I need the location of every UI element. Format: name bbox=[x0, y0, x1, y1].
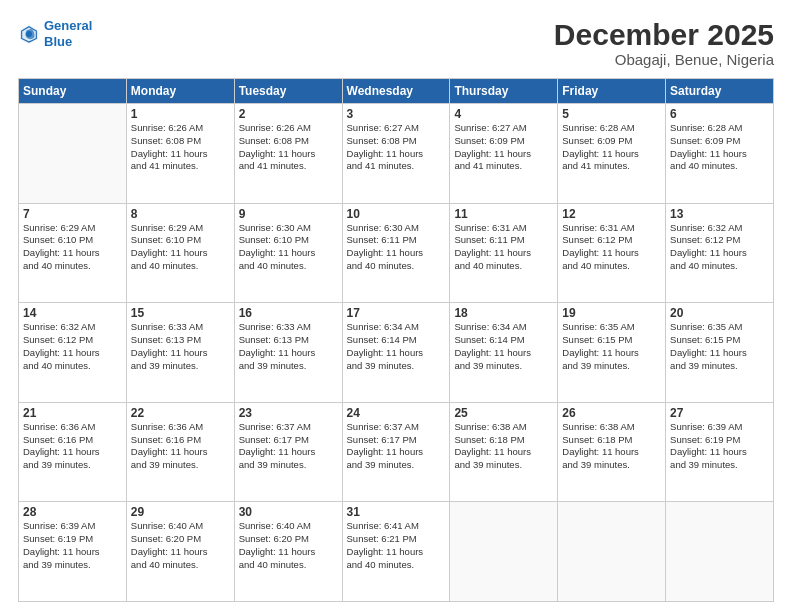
logo-line1: General bbox=[44, 18, 92, 33]
logo: General Blue bbox=[18, 18, 92, 49]
table-row: 31Sunrise: 6:41 AM Sunset: 6:21 PM Dayli… bbox=[342, 502, 450, 602]
table-row: 7Sunrise: 6:29 AM Sunset: 6:10 PM Daylig… bbox=[19, 203, 127, 303]
day-number: 13 bbox=[670, 207, 769, 221]
table-row: 30Sunrise: 6:40 AM Sunset: 6:20 PM Dayli… bbox=[234, 502, 342, 602]
table-row: 20Sunrise: 6:35 AM Sunset: 6:15 PM Dayli… bbox=[666, 303, 774, 403]
day-number: 2 bbox=[239, 107, 338, 121]
table-row: 28Sunrise: 6:39 AM Sunset: 6:19 PM Dayli… bbox=[19, 502, 127, 602]
svg-point-2 bbox=[26, 31, 32, 37]
calendar-week-row: 14Sunrise: 6:32 AM Sunset: 6:12 PM Dayli… bbox=[19, 303, 774, 403]
table-row: 26Sunrise: 6:38 AM Sunset: 6:18 PM Dayli… bbox=[558, 402, 666, 502]
day-number: 29 bbox=[131, 505, 230, 519]
day-number: 1 bbox=[131, 107, 230, 121]
page: General Blue December 2025 Obagaji, Benu… bbox=[0, 0, 792, 612]
day-detail: Sunrise: 6:29 AM Sunset: 6:10 PM Dayligh… bbox=[23, 222, 122, 273]
table-row: 11Sunrise: 6:31 AM Sunset: 6:11 PM Dayli… bbox=[450, 203, 558, 303]
month-title: December 2025 bbox=[554, 18, 774, 51]
calendar-week-row: 21Sunrise: 6:36 AM Sunset: 6:16 PM Dayli… bbox=[19, 402, 774, 502]
day-number: 9 bbox=[239, 207, 338, 221]
day-detail: Sunrise: 6:41 AM Sunset: 6:21 PM Dayligh… bbox=[347, 520, 446, 571]
day-number: 15 bbox=[131, 306, 230, 320]
day-detail: Sunrise: 6:27 AM Sunset: 6:09 PM Dayligh… bbox=[454, 122, 553, 173]
day-detail: Sunrise: 6:32 AM Sunset: 6:12 PM Dayligh… bbox=[23, 321, 122, 372]
location-subtitle: Obagaji, Benue, Nigeria bbox=[554, 51, 774, 68]
day-number: 20 bbox=[670, 306, 769, 320]
day-detail: Sunrise: 6:31 AM Sunset: 6:12 PM Dayligh… bbox=[562, 222, 661, 273]
table-row: 15Sunrise: 6:33 AM Sunset: 6:13 PM Dayli… bbox=[126, 303, 234, 403]
day-detail: Sunrise: 6:28 AM Sunset: 6:09 PM Dayligh… bbox=[670, 122, 769, 173]
table-row: 23Sunrise: 6:37 AM Sunset: 6:17 PM Dayli… bbox=[234, 402, 342, 502]
table-row: 8Sunrise: 6:29 AM Sunset: 6:10 PM Daylig… bbox=[126, 203, 234, 303]
table-row: 2Sunrise: 6:26 AM Sunset: 6:08 PM Daylig… bbox=[234, 104, 342, 204]
day-detail: Sunrise: 6:27 AM Sunset: 6:08 PM Dayligh… bbox=[347, 122, 446, 173]
table-row: 21Sunrise: 6:36 AM Sunset: 6:16 PM Dayli… bbox=[19, 402, 127, 502]
col-tuesday: Tuesday bbox=[234, 79, 342, 104]
header: General Blue December 2025 Obagaji, Benu… bbox=[18, 18, 774, 68]
day-number: 12 bbox=[562, 207, 661, 221]
logo-text: General Blue bbox=[44, 18, 92, 49]
day-detail: Sunrise: 6:38 AM Sunset: 6:18 PM Dayligh… bbox=[454, 421, 553, 472]
day-detail: Sunrise: 6:34 AM Sunset: 6:14 PM Dayligh… bbox=[347, 321, 446, 372]
day-detail: Sunrise: 6:36 AM Sunset: 6:16 PM Dayligh… bbox=[23, 421, 122, 472]
day-number: 26 bbox=[562, 406, 661, 420]
day-number: 10 bbox=[347, 207, 446, 221]
day-number: 25 bbox=[454, 406, 553, 420]
day-number: 27 bbox=[670, 406, 769, 420]
table-row: 4Sunrise: 6:27 AM Sunset: 6:09 PM Daylig… bbox=[450, 104, 558, 204]
table-row: 16Sunrise: 6:33 AM Sunset: 6:13 PM Dayli… bbox=[234, 303, 342, 403]
table-row: 13Sunrise: 6:32 AM Sunset: 6:12 PM Dayli… bbox=[666, 203, 774, 303]
col-saturday: Saturday bbox=[666, 79, 774, 104]
col-monday: Monday bbox=[126, 79, 234, 104]
calendar-table: Sunday Monday Tuesday Wednesday Thursday… bbox=[18, 78, 774, 602]
table-row: 19Sunrise: 6:35 AM Sunset: 6:15 PM Dayli… bbox=[558, 303, 666, 403]
day-detail: Sunrise: 6:28 AM Sunset: 6:09 PM Dayligh… bbox=[562, 122, 661, 173]
title-block: December 2025 Obagaji, Benue, Nigeria bbox=[554, 18, 774, 68]
table-row: 22Sunrise: 6:36 AM Sunset: 6:16 PM Dayli… bbox=[126, 402, 234, 502]
day-detail: Sunrise: 6:26 AM Sunset: 6:08 PM Dayligh… bbox=[131, 122, 230, 173]
col-thursday: Thursday bbox=[450, 79, 558, 104]
day-detail: Sunrise: 6:32 AM Sunset: 6:12 PM Dayligh… bbox=[670, 222, 769, 273]
table-row bbox=[19, 104, 127, 204]
day-number: 22 bbox=[131, 406, 230, 420]
day-number: 18 bbox=[454, 306, 553, 320]
day-detail: Sunrise: 6:36 AM Sunset: 6:16 PM Dayligh… bbox=[131, 421, 230, 472]
day-detail: Sunrise: 6:29 AM Sunset: 6:10 PM Dayligh… bbox=[131, 222, 230, 273]
col-friday: Friday bbox=[558, 79, 666, 104]
table-row bbox=[666, 502, 774, 602]
day-detail: Sunrise: 6:38 AM Sunset: 6:18 PM Dayligh… bbox=[562, 421, 661, 472]
day-number: 19 bbox=[562, 306, 661, 320]
day-number: 4 bbox=[454, 107, 553, 121]
day-detail: Sunrise: 6:34 AM Sunset: 6:14 PM Dayligh… bbox=[454, 321, 553, 372]
day-detail: Sunrise: 6:33 AM Sunset: 6:13 PM Dayligh… bbox=[239, 321, 338, 372]
day-number: 3 bbox=[347, 107, 446, 121]
logo-line2: Blue bbox=[44, 34, 72, 49]
day-number: 16 bbox=[239, 306, 338, 320]
day-detail: Sunrise: 6:37 AM Sunset: 6:17 PM Dayligh… bbox=[239, 421, 338, 472]
day-detail: Sunrise: 6:40 AM Sunset: 6:20 PM Dayligh… bbox=[131, 520, 230, 571]
col-sunday: Sunday bbox=[19, 79, 127, 104]
day-detail: Sunrise: 6:31 AM Sunset: 6:11 PM Dayligh… bbox=[454, 222, 553, 273]
day-number: 17 bbox=[347, 306, 446, 320]
day-number: 6 bbox=[670, 107, 769, 121]
day-detail: Sunrise: 6:37 AM Sunset: 6:17 PM Dayligh… bbox=[347, 421, 446, 472]
day-detail: Sunrise: 6:35 AM Sunset: 6:15 PM Dayligh… bbox=[562, 321, 661, 372]
table-row: 14Sunrise: 6:32 AM Sunset: 6:12 PM Dayli… bbox=[19, 303, 127, 403]
table-row: 27Sunrise: 6:39 AM Sunset: 6:19 PM Dayli… bbox=[666, 402, 774, 502]
day-number: 30 bbox=[239, 505, 338, 519]
day-number: 21 bbox=[23, 406, 122, 420]
day-number: 11 bbox=[454, 207, 553, 221]
table-row: 5Sunrise: 6:28 AM Sunset: 6:09 PM Daylig… bbox=[558, 104, 666, 204]
day-detail: Sunrise: 6:33 AM Sunset: 6:13 PM Dayligh… bbox=[131, 321, 230, 372]
day-detail: Sunrise: 6:35 AM Sunset: 6:15 PM Dayligh… bbox=[670, 321, 769, 372]
logo-icon bbox=[18, 23, 40, 45]
table-row: 29Sunrise: 6:40 AM Sunset: 6:20 PM Dayli… bbox=[126, 502, 234, 602]
day-number: 8 bbox=[131, 207, 230, 221]
calendar-week-row: 1Sunrise: 6:26 AM Sunset: 6:08 PM Daylig… bbox=[19, 104, 774, 204]
table-row: 9Sunrise: 6:30 AM Sunset: 6:10 PM Daylig… bbox=[234, 203, 342, 303]
day-detail: Sunrise: 6:26 AM Sunset: 6:08 PM Dayligh… bbox=[239, 122, 338, 173]
table-row: 6Sunrise: 6:28 AM Sunset: 6:09 PM Daylig… bbox=[666, 104, 774, 204]
table-row: 25Sunrise: 6:38 AM Sunset: 6:18 PM Dayli… bbox=[450, 402, 558, 502]
calendar-header-row: Sunday Monday Tuesday Wednesday Thursday… bbox=[19, 79, 774, 104]
table-row: 18Sunrise: 6:34 AM Sunset: 6:14 PM Dayli… bbox=[450, 303, 558, 403]
day-number: 7 bbox=[23, 207, 122, 221]
